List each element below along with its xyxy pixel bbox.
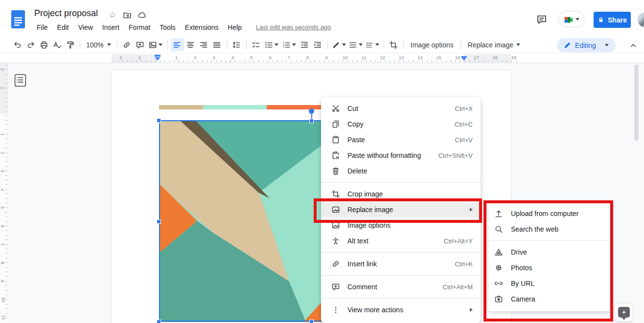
ruler-number: 1 — [0, 133, 5, 135]
menu-separator — [488, 240, 610, 241]
submenu-item-by-url[interactable]: By URL — [488, 276, 610, 291]
resize-handle-bottom-left[interactable] — [157, 320, 161, 323]
spell-check-button[interactable] — [50, 38, 64, 51]
star-icon[interactable]: ☆ — [109, 10, 116, 20]
resize-handle-top-left[interactable] — [157, 118, 161, 123]
vertical-scrollbar-thumb[interactable] — [634, 65, 639, 141]
ruler-number: 2 — [0, 151, 5, 154]
menu-item-insert-link[interactable]: Insert link Ctrl+K — [321, 256, 481, 272]
ruler-number: 9 — [0, 280, 5, 282]
line-spacing-button[interactable] — [230, 38, 243, 51]
menu-separator — [321, 275, 481, 276]
ruler-number: 5 — [250, 55, 253, 60]
redo-button[interactable] — [24, 38, 37, 51]
menu-separator — [321, 182, 481, 183]
first-line-indent-marker[interactable] — [155, 55, 161, 57]
undo-button[interactable] — [11, 38, 24, 51]
crop-image-button[interactable] — [387, 38, 400, 51]
comment-history-icon[interactable] — [534, 12, 549, 27]
image-icon — [331, 221, 340, 230]
align-right-button[interactable] — [197, 38, 210, 51]
menu-item-delete[interactable]: Delete — [321, 163, 481, 179]
menu-insert[interactable]: Insert — [100, 22, 122, 32]
ruler-number: 8 — [306, 55, 309, 60]
insert-image-button[interactable] — [147, 38, 164, 51]
submenu-item-upload-from-computer[interactable]: Upload from computer — [488, 206, 610, 221]
chevron-down-icon — [275, 43, 278, 46]
cloud-saved-icon[interactable] — [138, 11, 146, 20]
menu-item-copy[interactable]: Copy Ctrl+C — [321, 116, 481, 132]
border-color-button[interactable] — [331, 38, 347, 51]
link-icon — [331, 259, 340, 268]
ruler-numbers: 211234567891011 — [0, 63, 8, 323]
explore-button[interactable] — [615, 303, 633, 322]
paint-format-button[interactable] — [64, 38, 77, 51]
border-weight-button[interactable] — [347, 38, 364, 51]
ruler-number: 10 — [1, 297, 6, 301]
replace-image-toolbar-button[interactable]: Replace image — [464, 39, 524, 51]
submenu-item-photos[interactable]: Photos — [488, 260, 610, 276]
menu-help[interactable]: Help — [225, 22, 244, 32]
document-title[interactable]: Project proposal — [34, 8, 98, 19]
print-button[interactable] — [37, 38, 50, 51]
menu-item-replace-image[interactable]: Replace image — [321, 202, 481, 217]
mode-editing-button[interactable]: Editing — [557, 38, 616, 52]
submenu-item-drive[interactable]: Drive — [488, 244, 610, 260]
border-dash-button[interactable] — [364, 38, 381, 51]
hide-menus-button[interactable] — [626, 39, 640, 52]
checklist-button[interactable] — [250, 38, 263, 51]
move-folder-icon[interactable] — [123, 11, 132, 20]
menu-view[interactable]: View — [76, 22, 95, 32]
avatar[interactable] — [638, 12, 644, 27]
meet-button[interactable] — [558, 11, 584, 27]
menu-item-paste-without-formatting[interactable]: Paste without formatting Ctrl+Shift+V — [321, 148, 481, 163]
menu-item-alt-text[interactable]: Alt text Ctrl+Alt+Y — [321, 233, 481, 249]
submenu-item-camera[interactable]: Camera — [488, 291, 610, 307]
resize-handle-top-center[interactable] — [309, 119, 314, 123]
decrease-indent-button[interactable] — [298, 38, 311, 51]
increase-indent-button[interactable] — [311, 38, 324, 51]
menu-item-crop-image[interactable]: Crop image — [321, 186, 481, 202]
menu-item-view-more-actions[interactable]: View more actions — [321, 302, 481, 318]
bulleted-list-button[interactable] — [263, 38, 280, 51]
zoom-select[interactable]: 100% — [83, 41, 114, 49]
mode-label: Editing — [575, 42, 596, 49]
vertical-ruler[interactable]: 211234567891011 — [0, 63, 8, 323]
menu-edit[interactable]: Edit — [55, 22, 71, 32]
left-indent-marker[interactable] — [155, 57, 161, 61]
last-edit-link[interactable]: Last edit was seconds ago — [253, 22, 333, 32]
resize-handle-middle-left[interactable] — [157, 219, 161, 224]
ruler-number: 2 — [194, 55, 196, 60]
ruler-number: 1 — [0, 86, 5, 89]
toolbar: 100% 123 Image options Replace image — [0, 37, 644, 53]
justify-button[interactable] — [210, 38, 224, 51]
menu-item-image-options[interactable]: Image options — [321, 217, 481, 233]
menu-item-comment[interactable]: Comment Ctrl+Alt+M — [321, 279, 481, 295]
right-indent-marker[interactable] — [460, 56, 467, 61]
menu-item-paste[interactable]: Paste Ctrl+V — [321, 132, 481, 148]
image-options-button[interactable]: Image options — [407, 39, 458, 51]
submenu-item-search-the-web[interactable]: Search the web — [488, 221, 610, 237]
ruler-number: 2 — [0, 68, 5, 70]
resize-handle-bottom-center[interactable] — [309, 320, 314, 323]
more-vertical-icon — [331, 305, 340, 314]
svg-text:3: 3 — [283, 45, 284, 48]
meet-icon — [564, 15, 573, 24]
docs-logo[interactable] — [11, 10, 25, 30]
horizontal-ruler[interactable]: 2112345678910111213141516171819 — [0, 54, 644, 63]
align-center-button[interactable] — [184, 38, 197, 51]
numbered-list-button[interactable]: 123 — [280, 38, 298, 51]
document-outline-icon[interactable] — [14, 74, 26, 87]
menu-format[interactable]: Format — [126, 22, 153, 32]
menu-item-cut[interactable]: Cut Ctrl+X — [321, 101, 481, 116]
share-button[interactable]: Share — [594, 12, 631, 28]
insert-link-button[interactable] — [120, 38, 134, 51]
menu-extensions[interactable]: Extensions — [183, 22, 221, 32]
add-comment-button[interactable] — [134, 38, 147, 51]
rotation-handle[interactable] — [309, 108, 314, 114]
menu-file[interactable]: File — [34, 22, 50, 32]
chevron-down-icon — [342, 43, 346, 46]
align-left-button[interactable] — [171, 38, 184, 51]
menu-tools[interactable]: Tools — [157, 22, 178, 32]
ruler-number: 6 — [269, 55, 271, 60]
